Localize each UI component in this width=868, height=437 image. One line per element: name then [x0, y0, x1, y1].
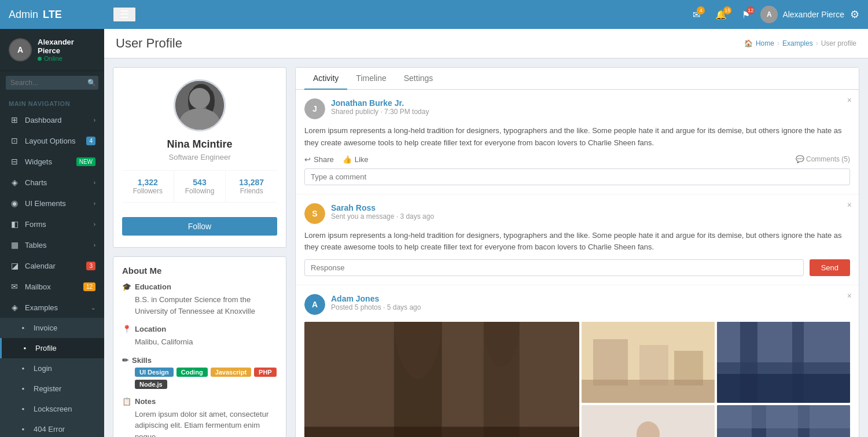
sidebar-item-login[interactable]: ● Login [0, 358, 104, 379]
svg-rect-9 [304, 427, 579, 437]
post3-time: Posted 5 photos · 5 days ago [331, 303, 850, 311]
sidebar-item-calendar[interactable]: ◪ Calendar 3 [0, 255, 104, 276]
education-icon: 🎓 [122, 282, 131, 291]
comment-input[interactable] [304, 168, 850, 185]
page-title: User Profile [116, 36, 182, 51]
chevron-icon: › [94, 179, 95, 186]
sidebar-user-panel: A Alexander Pierce Online [0, 29, 104, 71]
sidebar-item-tables[interactable]: ▦ Tables › [0, 234, 104, 255]
tab-settings[interactable]: Settings [395, 68, 442, 90]
like-icon: 👍 [343, 155, 352, 164]
like-action[interactable]: 👍 Like [343, 155, 369, 164]
sidebar-item-layout[interactable]: ⊡ Layout Options 4 [0, 130, 104, 151]
skill-badge-js: Javascript [211, 368, 251, 377]
post2-meta: Sarah Ross Sent you a message · 3 days a… [331, 203, 850, 221]
photo-5[interactable] [717, 405, 850, 437]
about-location: 📍 Location Malibu, California [122, 325, 277, 348]
post3-meta: Adam Jones Posted 5 photos · 5 days ago [331, 294, 850, 311]
search-input[interactable] [6, 76, 98, 90]
followers-label: Followers [127, 187, 169, 195]
breadcrumb-home[interactable]: Home [756, 39, 774, 47]
svg-rect-31 [717, 405, 850, 428]
messages-button[interactable]: ✉ 4 [688, 6, 705, 23]
sidebar-user-info: Alexander Pierce Online [38, 38, 95, 62]
skills-icon: ✏ [122, 356, 128, 365]
sidebar-item-profile[interactable]: ● Profile [0, 338, 104, 358]
friends-label: Friends [230, 187, 273, 195]
education-content: B.S. in Computer Science from the Univer… [122, 294, 277, 317]
settings-icon[interactable]: ⚙ [850, 8, 859, 21]
sidebar-item-label: Mailbox [25, 282, 83, 291]
ui-icon: ◉ [9, 199, 20, 208]
sidebar-subitem-label: Invoice [34, 324, 95, 332]
about-card-body: About Me 🎓 Education B.S. in Computer Sc… [113, 257, 286, 437]
share-action[interactable]: ↩ Share [304, 155, 334, 164]
user-menu[interactable]: A Alexander Pierce [760, 6, 844, 23]
sidebar-item-register[interactable]: ● Register [0, 379, 104, 399]
profile-avatar-image [175, 79, 224, 131]
post-sarah: S Sarah Ross Sent you a message · 3 days… [296, 194, 859, 286]
stat-following: 543 Following [174, 171, 226, 202]
sidebar: A Alexander Pierce Online 🔍 MAIN NAVIGAT… [0, 29, 104, 437]
follow-button[interactable]: Follow [122, 217, 277, 236]
sidebar-item-label: Dashboard [25, 116, 94, 124]
post1-close[interactable]: × [847, 96, 852, 105]
sidebar-item-ui[interactable]: ◉ UI Elements › [0, 193, 104, 214]
search-button[interactable]: 🔍 [87, 79, 96, 87]
sidebar-item-mailbox[interactable]: ✉ Mailbox 12 [0, 276, 104, 297]
sidebar-item-invoice[interactable]: ● Invoice [0, 318, 104, 338]
photo-2[interactable] [582, 322, 715, 403]
sidebar-item-label: Widgets [25, 157, 76, 166]
chevron-icon: › [94, 242, 95, 248]
sidebar-item-404[interactable]: ● 404 Error [0, 419, 104, 437]
mailbox-badge: 12 [83, 282, 95, 291]
skill-badge-coding: Coding [176, 368, 208, 377]
post1-avatar: J [304, 98, 325, 119]
breadcrumb-sep2: › [816, 39, 818, 47]
sidebar-subitem-label: 404 Error [34, 425, 95, 434]
svg-rect-16 [582, 380, 715, 403]
notifications-button[interactable]: 🔔 15 [711, 6, 731, 23]
dashboard-icon: ⊞ [9, 115, 20, 124]
sidebar-item-label: Forms [25, 220, 94, 229]
sidebar-subitem-label: Login [34, 364, 95, 373]
tab-timeline[interactable]: Timeline [347, 68, 395, 90]
post2-text: Lorem ipsum represents a long-held tradi… [304, 230, 850, 254]
sidebar-item-label: UI Elements [25, 199, 94, 208]
sidebar-item-lockscreen[interactable]: ● Lockscreen [0, 399, 104, 419]
post2-close[interactable]: × [847, 200, 852, 210]
notes-content: Lorem ipsum dolor sit amet, consectetur … [122, 409, 277, 438]
stat-friends: 13,287 Friends [226, 171, 277, 202]
avatar-svg [175, 79, 224, 131]
send-button[interactable]: Send [810, 259, 850, 276]
sidebar-item-widgets[interactable]: ⊟ Widgets NEW [0, 151, 104, 172]
stat-followers: 1,322 Followers [122, 171, 174, 202]
sidebar-item-dashboard[interactable]: ⊞ Dashboard › [0, 109, 104, 130]
content-header: User Profile 🏠 Home › Examples › User pr… [104, 29, 868, 58]
notes-header: 📋 Notes [122, 397, 277, 406]
circle-icon: ● [17, 406, 29, 412]
sidebar-item-charts[interactable]: ◈ Charts › [0, 172, 104, 193]
post1-actions: ↩ Share 👍 Like 💬 Comments (5) [304, 155, 850, 164]
photo-4[interactable] [582, 405, 715, 437]
comments-count: 💬 Comments (5) [796, 155, 850, 163]
charts-icon: ◈ [9, 178, 20, 187]
location-label: Location [135, 325, 166, 333]
sidebar-item-examples[interactable]: ◈ Examples ⌄ [0, 297, 104, 318]
response-input[interactable] [304, 259, 804, 276]
sidebar-toggle[interactable]: ☰ [113, 7, 136, 22]
top-user-name: Alexander Pierce [782, 10, 844, 19]
post3-close[interactable]: × [847, 291, 852, 300]
profile-row: Nina Mcintire Software Engineer 1,322 Fo… [113, 67, 859, 437]
tab-activity[interactable]: Activity [304, 68, 347, 90]
profile-left-col: Nina Mcintire Software Engineer 1,322 Fo… [113, 67, 286, 437]
about-education: 🎓 Education B.S. in Computer Science fro… [122, 282, 277, 317]
about-card: About Me 🎓 Education B.S. in Computer Sc… [113, 256, 286, 437]
photo-1[interactable] [304, 322, 579, 437]
layout-icon: ⊡ [9, 136, 20, 145]
tasks-button[interactable]: ⚑ 12 [737, 6, 755, 23]
breadcrumb-examples[interactable]: Examples [782, 39, 813, 47]
photo-3[interactable] [717, 322, 850, 403]
notes-label: Notes [135, 397, 156, 406]
sidebar-item-forms[interactable]: ◧ Forms › [0, 214, 104, 234]
